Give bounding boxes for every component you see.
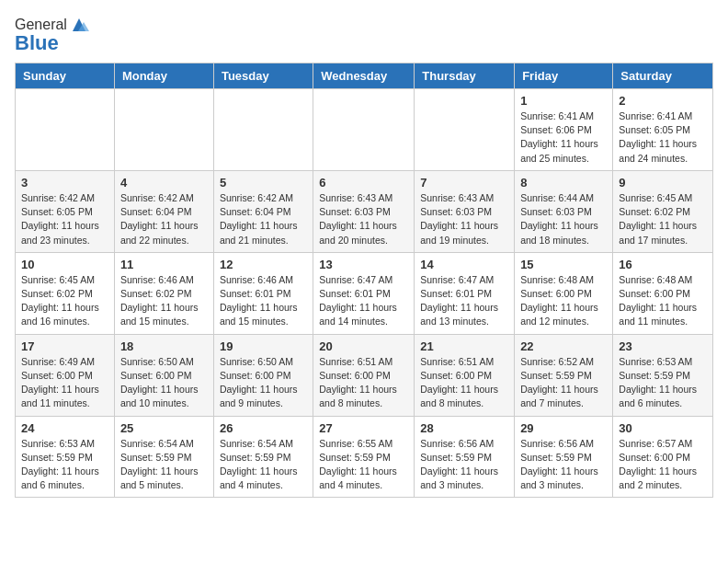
- day-number: 17: [21, 339, 108, 353]
- calendar-week-row: 3Sunrise: 6:42 AM Sunset: 6:05 PM Daylig…: [16, 170, 713, 252]
- day-number: 13: [319, 258, 408, 271]
- day-info: Sunrise: 6:51 AM Sunset: 6:00 PM Dayligh…: [420, 355, 508, 411]
- calendar-cell: 13Sunrise: 6:47 AM Sunset: 6:01 PM Dayli…: [313, 252, 415, 334]
- calendar-cell: 2Sunrise: 6:41 AM Sunset: 6:05 PM Daylig…: [613, 89, 713, 171]
- day-info: Sunrise: 6:41 AM Sunset: 6:06 PM Dayligh…: [520, 109, 607, 166]
- calendar-cell: [114, 89, 213, 171]
- day-number: 21: [420, 339, 508, 353]
- day-info: Sunrise: 6:55 AM Sunset: 5:59 PM Dayligh…: [319, 437, 408, 493]
- day-info: Sunrise: 6:42 AM Sunset: 6:05 PM Dayligh…: [21, 191, 108, 247]
- day-info: Sunrise: 6:43 AM Sunset: 6:03 PM Dayligh…: [319, 191, 408, 247]
- day-number: 16: [619, 258, 707, 271]
- calendar: SundayMondayTuesdayWednesdayThursdayFrid…: [15, 63, 713, 498]
- day-number: 2: [619, 94, 707, 108]
- calendar-cell: 16Sunrise: 6:48 AM Sunset: 6:00 PM Dayli…: [613, 252, 713, 334]
- day-info: Sunrise: 6:53 AM Sunset: 5:59 PM Dayligh…: [21, 437, 108, 493]
- day-info: Sunrise: 6:47 AM Sunset: 6:01 PM Dayligh…: [420, 273, 508, 329]
- calendar-header-saturday: Saturday: [613, 63, 713, 89]
- calendar-cell: 27Sunrise: 6:55 AM Sunset: 5:59 PM Dayli…: [313, 416, 415, 498]
- logo-icon: [69, 15, 89, 35]
- calendar-cell: 19Sunrise: 6:50 AM Sunset: 6:00 PM Dayli…: [213, 334, 313, 416]
- calendar-cell: 26Sunrise: 6:54 AM Sunset: 5:59 PM Dayli…: [213, 416, 313, 498]
- day-info: Sunrise: 6:54 AM Sunset: 5:59 PM Dayligh…: [120, 437, 208, 493]
- day-number: 30: [619, 421, 707, 435]
- day-info: Sunrise: 6:42 AM Sunset: 6:04 PM Dayligh…: [120, 191, 208, 247]
- calendar-cell: 5Sunrise: 6:42 AM Sunset: 6:04 PM Daylig…: [213, 170, 313, 252]
- day-info: Sunrise: 6:50 AM Sunset: 6:00 PM Dayligh…: [120, 355, 208, 411]
- day-number: 11: [120, 258, 208, 271]
- calendar-cell: 14Sunrise: 6:47 AM Sunset: 6:01 PM Dayli…: [415, 252, 515, 334]
- calendar-cell: 18Sunrise: 6:50 AM Sunset: 6:00 PM Dayli…: [114, 334, 213, 416]
- day-info: Sunrise: 6:42 AM Sunset: 6:04 PM Dayligh…: [220, 191, 307, 247]
- calendar-cell: 15Sunrise: 6:48 AM Sunset: 6:00 PM Dayli…: [515, 252, 613, 334]
- day-number: 22: [520, 339, 607, 353]
- day-info: Sunrise: 6:47 AM Sunset: 6:01 PM Dayligh…: [319, 273, 408, 329]
- day-number: 14: [420, 258, 508, 271]
- day-number: 1: [520, 94, 607, 108]
- calendar-header-wednesday: Wednesday: [313, 63, 415, 89]
- calendar-header-row: SundayMondayTuesdayWednesdayThursdayFrid…: [16, 63, 713, 89]
- calendar-week-row: 17Sunrise: 6:49 AM Sunset: 6:00 PM Dayli…: [16, 334, 713, 416]
- day-number: 3: [21, 176, 108, 190]
- calendar-cell: 17Sunrise: 6:49 AM Sunset: 6:00 PM Dayli…: [16, 334, 115, 416]
- calendar-cell: [415, 89, 515, 171]
- calendar-header-friday: Friday: [515, 63, 613, 89]
- calendar-week-row: 10Sunrise: 6:45 AM Sunset: 6:02 PM Dayli…: [16, 252, 713, 334]
- day-number: 19: [220, 339, 307, 353]
- day-info: Sunrise: 6:56 AM Sunset: 5:59 PM Dayligh…: [520, 437, 607, 493]
- calendar-cell: 6Sunrise: 6:43 AM Sunset: 6:03 PM Daylig…: [313, 170, 415, 252]
- day-number: 24: [21, 421, 108, 435]
- day-number: 6: [319, 176, 408, 190]
- calendar-cell: 30Sunrise: 6:57 AM Sunset: 6:00 PM Dayli…: [613, 416, 713, 498]
- day-number: 8: [520, 176, 607, 190]
- day-number: 20: [319, 339, 408, 353]
- calendar-cell: 29Sunrise: 6:56 AM Sunset: 5:59 PM Dayli…: [515, 416, 613, 498]
- calendar-cell: 22Sunrise: 6:52 AM Sunset: 5:59 PM Dayli…: [515, 334, 613, 416]
- calendar-cell: 9Sunrise: 6:45 AM Sunset: 6:02 PM Daylig…: [613, 170, 713, 252]
- day-number: 5: [220, 176, 307, 190]
- day-info: Sunrise: 6:45 AM Sunset: 6:02 PM Dayligh…: [21, 273, 108, 329]
- calendar-header-tuesday: Tuesday: [213, 63, 313, 89]
- day-info: Sunrise: 6:52 AM Sunset: 5:59 PM Dayligh…: [520, 355, 607, 411]
- day-info: Sunrise: 6:50 AM Sunset: 6:00 PM Dayligh…: [220, 355, 307, 411]
- day-number: 27: [319, 421, 408, 435]
- day-info: Sunrise: 6:57 AM Sunset: 6:00 PM Dayligh…: [619, 437, 707, 493]
- calendar-week-row: 24Sunrise: 6:53 AM Sunset: 5:59 PM Dayli…: [16, 416, 713, 498]
- calendar-cell: [313, 89, 415, 171]
- logo-blue-text: Blue: [15, 31, 59, 55]
- day-number: 7: [420, 176, 508, 190]
- calendar-cell: 23Sunrise: 6:53 AM Sunset: 5:59 PM Dayli…: [613, 334, 713, 416]
- day-info: Sunrise: 6:41 AM Sunset: 6:05 PM Dayligh…: [619, 109, 707, 166]
- day-number: 4: [120, 176, 208, 190]
- day-info: Sunrise: 6:54 AM Sunset: 5:59 PM Dayligh…: [220, 437, 307, 493]
- day-info: Sunrise: 6:44 AM Sunset: 6:03 PM Dayligh…: [520, 191, 607, 247]
- day-info: Sunrise: 6:56 AM Sunset: 5:59 PM Dayligh…: [420, 437, 508, 493]
- header: General Blue: [15, 15, 713, 55]
- calendar-header-thursday: Thursday: [415, 63, 515, 89]
- day-info: Sunrise: 6:48 AM Sunset: 6:00 PM Dayligh…: [520, 273, 607, 329]
- day-number: 26: [220, 421, 307, 435]
- day-number: 12: [220, 258, 307, 271]
- calendar-cell: 3Sunrise: 6:42 AM Sunset: 6:05 PM Daylig…: [16, 170, 115, 252]
- calendar-cell: [213, 89, 313, 171]
- calendar-cell: 11Sunrise: 6:46 AM Sunset: 6:02 PM Dayli…: [114, 252, 213, 334]
- day-number: 10: [21, 258, 108, 271]
- calendar-week-row: 1Sunrise: 6:41 AM Sunset: 6:06 PM Daylig…: [16, 89, 713, 171]
- calendar-cell: 12Sunrise: 6:46 AM Sunset: 6:01 PM Dayli…: [213, 252, 313, 334]
- day-number: 9: [619, 176, 707, 190]
- calendar-cell: 1Sunrise: 6:41 AM Sunset: 6:06 PM Daylig…: [515, 89, 613, 171]
- calendar-cell: 21Sunrise: 6:51 AM Sunset: 6:00 PM Dayli…: [415, 334, 515, 416]
- day-info: Sunrise: 6:48 AM Sunset: 6:00 PM Dayligh…: [619, 273, 707, 329]
- calendar-cell: 10Sunrise: 6:45 AM Sunset: 6:02 PM Dayli…: [16, 252, 115, 334]
- calendar-cell: 4Sunrise: 6:42 AM Sunset: 6:04 PM Daylig…: [114, 170, 213, 252]
- day-number: 29: [520, 421, 607, 435]
- calendar-cell: 8Sunrise: 6:44 AM Sunset: 6:03 PM Daylig…: [515, 170, 613, 252]
- calendar-cell: 28Sunrise: 6:56 AM Sunset: 5:59 PM Dayli…: [415, 416, 515, 498]
- day-number: 18: [120, 339, 208, 353]
- day-number: 25: [120, 421, 208, 435]
- day-info: Sunrise: 6:49 AM Sunset: 6:00 PM Dayligh…: [21, 355, 108, 411]
- calendar-cell: 25Sunrise: 6:54 AM Sunset: 5:59 PM Dayli…: [114, 416, 213, 498]
- day-info: Sunrise: 6:51 AM Sunset: 6:00 PM Dayligh…: [319, 355, 408, 411]
- day-info: Sunrise: 6:45 AM Sunset: 6:02 PM Dayligh…: [619, 191, 707, 247]
- calendar-cell: 7Sunrise: 6:43 AM Sunset: 6:03 PM Daylig…: [415, 170, 515, 252]
